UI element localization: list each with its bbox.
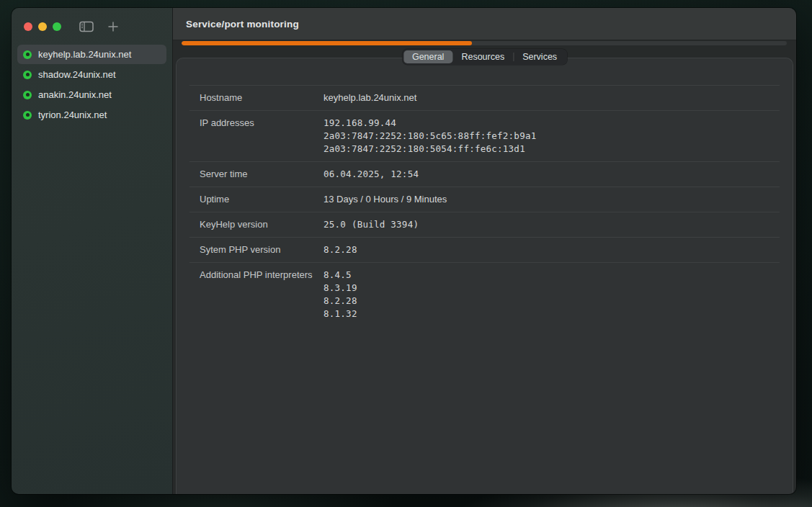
progress-bar [182,41,787,45]
sidebar-header [12,8,172,45]
row-value-line: 192.168.99.44 [324,117,780,130]
row-label: Hostname [189,91,324,104]
window-controls [24,22,61,31]
table-row: Uptime13 Days / 0 Hours / 9 Minutes [189,187,780,212]
zoom-window-button[interactable] [53,22,61,31]
sidebar-item-tyrion[interactable]: tyrion.24unix.net [17,105,166,125]
row-value: 13 Days / 0 Hours / 9 Minutes [324,193,780,206]
server-name: tyrion.24unix.net [38,109,107,120]
row-label: Additional PHP interpreters [189,269,324,282]
row-label: IP addresses [189,117,324,130]
desktop-wallpaper: keyhelp.lab.24unix.netshadow.24unix.neta… [0,0,812,507]
server-name: keyhelp.lab.24unix.net [38,49,131,60]
sidebar-item-keyhelp[interactable]: keyhelp.lab.24unix.net [17,45,166,64]
table-row: Server time06.04.2025, 12:54 [189,161,780,187]
row-value-line: 25.0 (Build 3394) [324,218,780,231]
details-table: Hostnamekeyhelp.lab.24unix.netIP address… [189,85,780,326]
server-name: shadow.24unix.net [38,69,116,80]
sidebar-item-shadow[interactable]: shadow.24unix.net [17,65,166,84]
content-panel: Hostnamekeyhelp.lab.24unix.netIP address… [176,58,793,494]
tab-resources[interactable]: Resources [452,50,513,63]
row-value: 06.04.2025, 12:54 [324,168,780,181]
sidebar-item-anakin[interactable]: anakin.24unix.net [17,85,166,104]
minimize-window-button[interactable] [38,22,47,31]
status-dot-icon [23,50,32,59]
row-value-line: keyhelp.lab.24unix.net [324,91,780,104]
table-row: IP addresses192.168.99.442a03:7847:2252:… [189,110,780,161]
sidebar: keyhelp.lab.24unix.netshadow.24unix.neta… [12,8,173,494]
tab-general[interactable]: General [403,50,452,63]
status-dot-icon [23,71,32,79]
row-label: Sytem PHP version [189,243,324,256]
tab-services[interactable]: Services [514,50,566,63]
toggle-sidebar-icon[interactable] [79,21,94,32]
add-server-icon[interactable] [107,21,119,32]
server-list: keyhelp.lab.24unix.netshadow.24unix.neta… [12,45,172,125]
row-label: KeyHelp version [189,218,324,231]
row-value: keyhelp.lab.24unix.net [324,91,780,104]
table-row: KeyHelp version25.0 (Build 3394) [189,212,780,237]
close-window-button[interactable] [24,22,32,31]
progress-fill [182,41,472,45]
row-value: 8.4.58.3.198.2.288.1.32 [324,269,780,320]
server-name: anakin.24unix.net [38,89,112,100]
app-window: keyhelp.lab.24unix.netshadow.24unix.neta… [12,8,796,494]
status-dot-icon [23,111,32,120]
row-value-line: 8.2.28 [324,243,780,256]
row-value-line: 06.04.2025, 12:54 [324,168,780,181]
row-value: 8.2.28 [324,243,780,256]
row-label: Uptime [189,193,324,206]
row-label: Server time [189,168,324,181]
row-value-line: 8.1.32 [324,308,780,320]
sidebar-toolbar [79,21,119,32]
table-row: Hostnamekeyhelp.lab.24unix.net [189,85,780,110]
row-value-line: 8.3.19 [324,282,780,295]
row-value-line: 2a03:7847:2252:180:5c65:88ff:fef2:b9a1 [324,130,780,143]
row-value-line: 8.2.28 [324,295,780,308]
titlebar: Service/port monitoring [173,8,796,40]
row-value-line: 2a03:7847:2252:180:5054:ff:fe6c:13d1 [324,143,780,156]
page-title: Service/port monitoring [186,19,299,30]
row-value-line: 13 Days / 0 Hours / 9 Minutes [324,193,780,206]
row-value: 25.0 (Build 3394) [324,218,780,231]
row-value: 192.168.99.442a03:7847:2252:180:5c65:88f… [324,117,780,156]
table-row: Sytem PHP version8.2.28 [189,237,780,262]
row-value-line: 8.4.5 [324,269,780,282]
status-dot-icon [23,91,32,99]
table-row: Additional PHP interpreters8.4.58.3.198.… [189,262,780,326]
tab-bar: GeneralResourcesServices [402,49,567,65]
main-content: Service/port monitoring GeneralResources… [173,8,796,494]
